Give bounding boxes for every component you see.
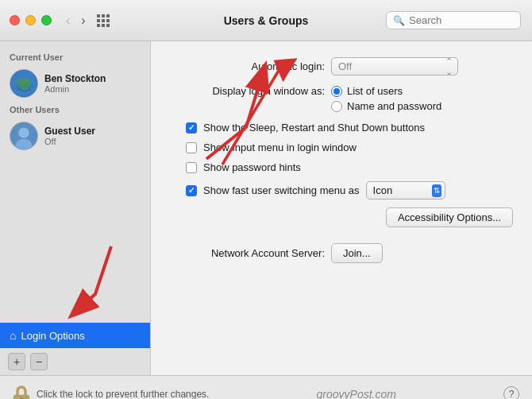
lock-svg bbox=[13, 384, 30, 400]
search-input[interactable] bbox=[409, 14, 514, 26]
automatic-login-label: Automatic login: bbox=[170, 60, 325, 72]
close-button[interactable] bbox=[10, 15, 20, 25]
display-login-row: Display login window as: List of users N… bbox=[170, 85, 513, 112]
fast-switching-dropdown[interactable]: Icon ⇅ bbox=[366, 181, 445, 200]
password-hints-checkbox-label: Show password hints bbox=[203, 161, 301, 173]
watermark: groovyPost.com bbox=[317, 388, 396, 400]
forward-button[interactable]: › bbox=[78, 12, 88, 29]
accessibility-options-button[interactable]: Accessibility Options... bbox=[386, 207, 513, 227]
bottom-bar: Click the lock to prevent further change… bbox=[0, 375, 532, 399]
other-users-label: Other Users bbox=[0, 102, 150, 118]
network-account-row: Network Account Server: Join... bbox=[170, 243, 513, 263]
fast-switching-value: Icon bbox=[373, 184, 393, 196]
main-content: Current User Ben Stockton Admin Other Us… bbox=[0, 41, 532, 375]
automatic-login-row: Automatic login: Off ⌃⌄ bbox=[170, 57, 513, 76]
radio-list-button[interactable] bbox=[331, 86, 342, 97]
join-button[interactable]: Join... bbox=[331, 243, 383, 263]
radio-list-label: List of users bbox=[347, 85, 403, 97]
guest-user-role: Off bbox=[44, 137, 95, 146]
input-menu-checkbox[interactable] bbox=[186, 142, 197, 153]
fast-switching-checkbox[interactable] bbox=[186, 185, 197, 196]
titlebar: ‹ › Users & Groups 🔍 bbox=[0, 0, 532, 41]
current-user-info: Ben Stockton Admin bbox=[44, 73, 106, 94]
guest-user-info: Guest User Off bbox=[44, 126, 95, 146]
minimize-button[interactable] bbox=[25, 15, 36, 25]
sidebar: Current User Ben Stockton Admin Other Us… bbox=[0, 41, 151, 375]
search-bar: 🔍 bbox=[386, 11, 521, 29]
sleep-checkbox-row: Show the Sleep, Restart and Shut Down bu… bbox=[186, 122, 513, 134]
sleep-checkbox[interactable] bbox=[186, 122, 197, 134]
guest-user-name: Guest User bbox=[44, 126, 95, 137]
sleep-checkbox-label: Show the Sleep, Restart and Shut Down bu… bbox=[203, 122, 425, 134]
guest-user-item[interactable]: Guest User Off bbox=[0, 118, 150, 154]
automatic-login-value: Off bbox=[338, 60, 352, 72]
current-user-role: Admin bbox=[44, 84, 106, 94]
grid-icon[interactable] bbox=[97, 14, 111, 27]
radio-name-item[interactable]: Name and password bbox=[331, 100, 441, 112]
radio-list-item[interactable]: List of users bbox=[331, 85, 441, 97]
right-panel: Automatic login: Off ⌃⌄ Display login wi… bbox=[151, 41, 532, 375]
password-hints-checkbox[interactable] bbox=[186, 162, 197, 173]
login-options-label: Login Options bbox=[21, 330, 84, 342]
radio-name-label: Name and password bbox=[347, 100, 441, 112]
current-user-name: Ben Stockton bbox=[44, 73, 106, 84]
remove-user-button[interactable]: − bbox=[30, 353, 48, 370]
add-user-button[interactable]: + bbox=[8, 353, 25, 370]
back-button[interactable]: ‹ bbox=[63, 12, 73, 29]
house-icon: ⌂ bbox=[10, 329, 16, 342]
display-login-radio-group: List of users Name and password bbox=[331, 85, 441, 112]
chevron-icon: ⌃⌄ bbox=[445, 56, 453, 77]
window-title: Users & Groups bbox=[224, 14, 309, 27]
help-button[interactable]: ? bbox=[503, 386, 519, 400]
blue-chevron-icon: ⇅ bbox=[432, 184, 441, 197]
current-user-label: Current User bbox=[0, 49, 150, 65]
fast-switching-row: Show fast user switching menu as Icon ⇅ bbox=[186, 181, 513, 200]
guest-user-avatar bbox=[10, 122, 38, 150]
network-account-label: Network Account Server: bbox=[170, 247, 325, 259]
login-options-button[interactable]: ⌂ Login Options bbox=[0, 323, 150, 348]
current-user-item[interactable]: Ben Stockton Admin bbox=[0, 65, 150, 102]
sidebar-bottom: + − bbox=[0, 348, 150, 375]
fast-switching-label: Show fast user switching menu as bbox=[203, 184, 360, 196]
current-user-avatar bbox=[10, 69, 38, 98]
svg-point-4 bbox=[18, 128, 29, 138]
accessibility-section: Accessibility Options... bbox=[170, 207, 513, 227]
lock-icon[interactable] bbox=[13, 384, 30, 400]
search-icon: 🔍 bbox=[393, 15, 405, 26]
display-login-label: Display login window as: bbox=[170, 85, 325, 97]
radio-name-button[interactable] bbox=[331, 101, 342, 112]
maximize-button[interactable] bbox=[41, 15, 52, 25]
nav-buttons: ‹ › bbox=[63, 12, 89, 29]
lock-section: Click the lock to prevent further change… bbox=[13, 384, 209, 400]
password-hints-checkbox-row: Show password hints bbox=[186, 161, 513, 173]
traffic-lights bbox=[10, 15, 52, 25]
lock-text: Click the lock to prevent further change… bbox=[37, 389, 209, 400]
automatic-login-dropdown[interactable]: Off ⌃⌄ bbox=[331, 57, 458, 76]
input-menu-checkbox-label: Show Input menu in login window bbox=[203, 141, 357, 153]
input-menu-checkbox-row: Show Input menu in login window bbox=[186, 141, 513, 153]
